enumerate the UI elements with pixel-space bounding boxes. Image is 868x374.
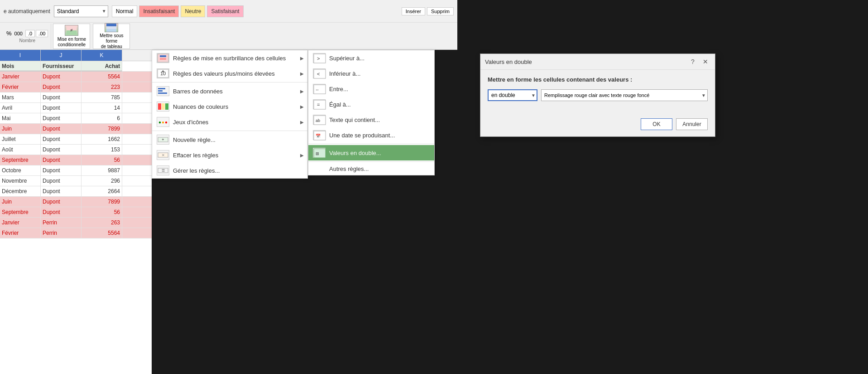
cell-achat: 296	[82, 176, 122, 186]
table-row[interactable]: Février Perrin 5564	[0, 228, 152, 238]
cf-item-colorscales[interactable]: Nuances de couleurs ▶	[152, 99, 307, 114]
clearrules-icon: ✕	[157, 150, 169, 160]
cell-fournisseur: Dupont	[41, 155, 82, 165]
table-row[interactable]: Décembre Dupont 2664	[0, 186, 152, 197]
mise-en-forme-conditionnelle-btn[interactable]: ≠ Mise en forme conditionnelle	[53, 24, 90, 49]
cf-item-topbottom[interactable]: 10 ▲ Règles des valeurs plus/moins élevé…	[152, 66, 307, 81]
column-headers: I J K	[0, 50, 152, 61]
cf-button-icon: ≠	[65, 25, 78, 36]
value-type-label: en double	[491, 92, 515, 98]
cf-item-iconsets[interactable]: ● ● ● Jeux d'icônes ▶	[152, 114, 307, 130]
cell-mois: Février	[0, 82, 41, 92]
table-row[interactable]: Juillet Dupont 1662	[0, 134, 152, 145]
cell-fournisseur: Dupont	[41, 124, 82, 134]
number-group: % 000 .0 .00 Nombre	[4, 24, 51, 49]
dialog-ok-btn[interactable]: OK	[641, 118, 672, 130]
dialog-description: Mettre en forme les cellules contenant d…	[488, 76, 708, 83]
dialog-help-btn[interactable]: ?	[688, 57, 698, 67]
header-achat: Achat	[82, 61, 122, 71]
style-buttons: Normal Insatisfaisant Neutre Satisfaisan…	[112, 5, 244, 17]
cell-fournisseur: Perrin	[41, 228, 82, 238]
col-header-J[interactable]: J	[41, 50, 82, 61]
value-type-select-wrapper[interactable]: en double ▼	[488, 89, 537, 101]
data-rows: Janvier Dupont 5564 Février Dupont 223 M…	[0, 72, 152, 238]
format-select-wrapper[interactable]: Remplissage rouge clair avec texte rouge…	[541, 89, 708, 101]
format-select[interactable]: Remplissage rouge clair avec texte rouge…	[541, 89, 708, 101]
submenu-equal[interactable]: = Égal à...	[308, 97, 434, 112]
newrule-icon: +	[157, 135, 169, 145]
submenu-textcontains[interactable]: ab Texte qui contient...	[308, 112, 434, 127]
value-type-select[interactable]: en double	[488, 89, 537, 101]
svg-text:↔: ↔	[315, 87, 319, 92]
submenu-greater[interactable]: > Supérieur à...	[308, 50, 434, 66]
style-normal-btn[interactable]: Normal	[112, 5, 138, 17]
cell-achat: 56	[82, 207, 122, 217]
decimal-inc-btn[interactable]: .0	[25, 30, 35, 37]
submenu-between[interactable]: ↔ Entre...	[308, 81, 434, 97]
cell-mois: Septembre	[0, 207, 41, 217]
ribbon-top: e automatiquement Standard ▼ Normal Insa…	[0, 0, 457, 23]
greater-icon: >	[313, 53, 326, 63]
cell-achat: 9887	[82, 165, 122, 175]
dialog-cancel-btn[interactable]: Annuler	[676, 118, 708, 130]
table-button-wrapper: Mettre sous forme de tableau	[93, 24, 130, 49]
table-row[interactable]: Septembre Dupont 56	[0, 155, 152, 165]
table-row[interactable]: Octobre Dupont 9887	[0, 165, 152, 176]
style-insatisfaisant-btn[interactable]: Insatisfaisant	[139, 5, 179, 17]
table-row[interactable]: Février Dupont 223	[0, 82, 152, 92]
table-row[interactable]: Juin Dupont 7899	[0, 124, 152, 134]
cf-item-managerules[interactable]: ☰ Gérer les règles...	[152, 163, 307, 178]
table-row[interactable]: Août Dupont 153	[0, 145, 152, 155]
header-mois: Mois	[0, 61, 41, 71]
cf-item-highlight[interactable]: Règles de mise en surbrillance des cellu…	[152, 50, 307, 66]
table-row[interactable]: Mai Dupont 6	[0, 113, 152, 124]
colorscales-arrow: ▶	[300, 104, 304, 109]
col-header-K[interactable]: K	[82, 50, 122, 61]
number-format-dropdown[interactable]: Standard ▼	[54, 5, 108, 17]
cell-fournisseur: Dupont	[41, 134, 82, 144]
highlight-submenu: > Supérieur à... < Inférieur à... ↔ Entr…	[308, 50, 435, 175]
table-row[interactable]: Janvier Dupont 5564	[0, 72, 152, 82]
supprimer-btn[interactable]: Supprim	[427, 7, 454, 15]
svg-rect-12	[158, 88, 165, 89]
ribbon-bottom: % 000 .0 .00 Nombre ≠	[0, 23, 457, 50]
style-neutre-btn[interactable]: Neutre	[181, 5, 205, 17]
textcontains-icon: ab	[313, 115, 326, 125]
table-row[interactable]: Janvier Perrin 263	[0, 218, 152, 228]
cell-achat: 223	[82, 82, 122, 92]
style-satisfaisant-btn[interactable]: Satisfaisant	[207, 5, 243, 17]
cell-mois: Juillet	[0, 134, 41, 144]
cell-fournisseur: Dupont	[41, 103, 82, 113]
svg-rect-16	[162, 103, 165, 110]
cf-item-databars[interactable]: Barres de données ▶	[152, 83, 307, 99]
table-row[interactable]: Novembre Dupont 296	[0, 176, 152, 186]
table-row[interactable]: Mars Dupont 785	[0, 92, 152, 103]
spreadsheet: I J K Mois Fournisseur Achat Janvier Dup…	[0, 50, 152, 374]
svg-rect-13	[158, 90, 163, 92]
svg-rect-17	[165, 103, 168, 110]
percent-row: % 000 .0 .00	[6, 30, 48, 37]
cf-item-newrule[interactable]: + Nouvelle règle...	[152, 132, 307, 147]
cell-mois: Octobre	[0, 165, 41, 175]
mettre-sous-forme-tableau-btn[interactable]: Mettre sous forme de tableau	[93, 24, 130, 49]
cell-mois: Février	[0, 228, 41, 238]
table-row[interactable]: Septembre Dupont 56	[0, 207, 152, 218]
inserer-btn[interactable]: Insérer	[402, 7, 425, 15]
table-row[interactable]: Juin Dupont 7899	[0, 197, 152, 207]
dialog-close-btn[interactable]: ✕	[700, 57, 710, 67]
cell-fournisseur: Perrin	[41, 218, 82, 228]
cf-dropdown-menu: Règles de mise en surbrillance des cellu…	[152, 50, 308, 179]
submenu-date[interactable]: 📅 Une date se produisant...	[308, 127, 434, 143]
standard-select[interactable]: Standard	[54, 5, 108, 17]
submenu-other-rules[interactable]: Autres règles...	[308, 163, 434, 175]
dialog-body: Mettre en forme les cellules contenant d…	[480, 70, 715, 115]
submenu-duplicate[interactable]: ⊞ Valeurs en double...	[308, 145, 434, 160]
submenu-less[interactable]: < Inférieur à...	[308, 66, 434, 81]
cf-divider-1	[152, 82, 307, 83]
cell-achat: 5564	[82, 72, 122, 82]
col-header-I[interactable]: I	[0, 50, 41, 61]
decimal-dec-btn[interactable]: .00	[36, 30, 48, 37]
table-row[interactable]: Avril Dupont 14	[0, 103, 152, 113]
cell-mois: Mars	[0, 92, 41, 102]
cf-item-clearrules[interactable]: ✕ Effacer les règles ▶	[152, 147, 307, 163]
